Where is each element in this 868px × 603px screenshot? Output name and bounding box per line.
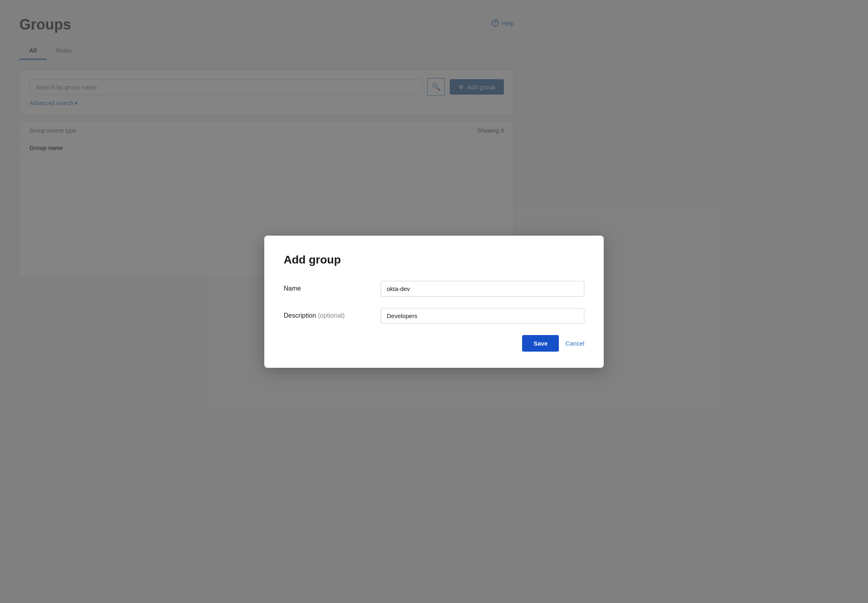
optional-label: (optional) <box>318 312 345 319</box>
name-label: Name <box>284 281 381 292</box>
name-form-row: Name <box>284 281 584 297</box>
modal-title: Add group <box>284 253 584 266</box>
description-input[interactable] <box>381 308 584 324</box>
add-group-modal: Add group Name Description (optional) Sa… <box>264 236 604 368</box>
name-input[interactable] <box>381 281 584 297</box>
description-label: Description (optional) <box>284 308 381 319</box>
modal-actions: Save Cancel <box>284 335 584 352</box>
description-form-row: Description (optional) <box>284 308 584 324</box>
cancel-button[interactable]: Cancel <box>565 340 584 347</box>
save-button[interactable]: Save <box>522 335 559 352</box>
modal-overlay: Add group Name Description (optional) Sa… <box>0 0 868 603</box>
